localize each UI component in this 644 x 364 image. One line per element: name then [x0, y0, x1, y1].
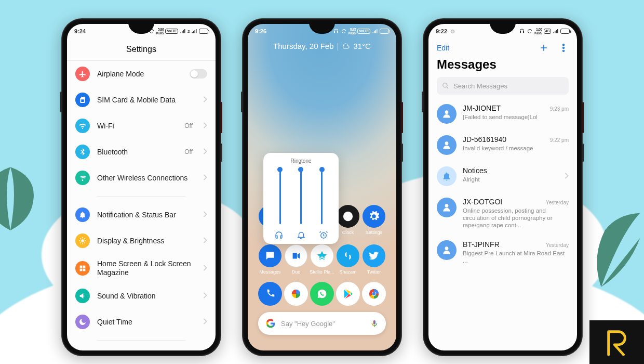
headphones-icon [519, 28, 525, 34]
headphones-icon [333, 28, 339, 34]
status-time: 9:22 [436, 28, 447, 34]
svg-point-14 [563, 50, 565, 52]
settings-item-label: Bluetooth [97, 148, 177, 157]
dock-app-photos[interactable] [284, 282, 308, 306]
dock-app-playstore[interactable] [336, 282, 360, 306]
signal-icon [553, 28, 559, 34]
message-thread-notices[interactable]: Notices Alright [428, 161, 577, 192]
settings-item-label: Other Wireless Connections [97, 174, 196, 183]
dock-app-phone[interactable] [258, 282, 282, 306]
svg-point-15 [445, 110, 449, 114]
chevron-right-icon [203, 173, 207, 183]
airplane-toggle[interactable] [190, 69, 207, 79]
phone-settings: 9:24 5.86KB/S VoLTE 2 Settings Airplane … [61, 18, 221, 356]
compose-icon[interactable] [539, 43, 549, 53]
dock-app-whatsapp[interactable] [310, 282, 334, 306]
message-thread[interactable]: JX-DOTGOIYesterday Online possession, po… [428, 192, 577, 235]
alarm-volume-slider[interactable] [321, 169, 323, 224]
speaker-icon [75, 289, 90, 303]
settings-item-label: Home Screen & Lock Screen Magazine [97, 259, 196, 277]
date-label: Thursday, 20 Feb [273, 42, 333, 50]
volume-popup[interactable]: Ringtone [263, 153, 339, 244]
settings-item-sim[interactable]: SIM Card & Mobile Data [67, 87, 216, 113]
svg-point-11 [451, 30, 454, 33]
message-thread[interactable]: JD-561619409:22 pm Invalid keyword / mes… [428, 130, 577, 161]
status-time: 9:24 [74, 28, 86, 34]
moon-icon [75, 315, 90, 329]
settings-item-bluetooth[interactable]: Bluetooth Off [67, 139, 216, 165]
phone-homescreen: 9:26 0.85KB/S VoLTE Thursday, 20 Feb | 3… [242, 18, 402, 356]
settings-item-display[interactable]: Display & Brightness [67, 228, 216, 254]
app-settings[interactable]: Settings [362, 205, 386, 235]
message-thread[interactable]: JM-JIONET9:23 pm [Failed to send message… [428, 99, 577, 130]
settings-item-quiet-time[interactable]: Quiet Time [67, 309, 216, 335]
bell-icon [297, 230, 306, 240]
wifi-icon [75, 119, 90, 133]
airplane-icon [75, 67, 90, 81]
volte-badge: VoLTE [165, 29, 178, 34]
svg-point-13 [563, 47, 565, 49]
chevron-right-icon [203, 147, 207, 157]
svg-point-17 [445, 204, 449, 207]
battery-icon [380, 29, 389, 34]
chevron-right-icon [203, 236, 207, 245]
temperature-label: 31°C [353, 42, 371, 50]
settings-item-sound[interactable]: Sound & Vibration [67, 283, 216, 309]
settings-item-label: Sound & Vibration [97, 292, 196, 301]
signal-icon [191, 28, 197, 34]
messages-title: Messages [428, 56, 577, 77]
app-clock[interactable]: Clock [336, 205, 360, 235]
settings-item-notification[interactable]: Notification & Status Bar [67, 202, 216, 228]
realme-logo [589, 320, 644, 364]
divider [97, 340, 185, 341]
ringtone-volume-slider[interactable] [300, 169, 302, 224]
settings-title: Settings [67, 38, 216, 61]
chevron-right-icon [203, 317, 207, 327]
settings-item-label: Airplane Mode [97, 70, 182, 79]
volte-badge: 4G [544, 29, 551, 34]
headphones-icon [274, 230, 284, 240]
search-placeholder: Say "Hey Google" [281, 320, 365, 328]
mic-icon[interactable] [370, 319, 379, 328]
settings-item-wifi[interactable]: Wi-Fi Off [67, 113, 216, 139]
chevron-right-icon [203, 121, 207, 131]
avatar-icon [437, 198, 457, 217]
date-weather-widget[interactable]: Thursday, 20 Feb | 31°C [248, 38, 396, 50]
phone-messages: 9:22 1.00KB/S 4G Edit [423, 18, 583, 356]
settings-item-airplane[interactable]: Airplane Mode [67, 61, 216, 87]
svg-point-9 [372, 292, 375, 295]
svg-rect-3 [80, 269, 83, 271]
chevron-right-icon [203, 291, 207, 301]
svg-point-0 [81, 239, 84, 242]
svg-point-10 [452, 31, 453, 32]
svg-point-18 [445, 246, 449, 250]
volte-badge: VoLTE [357, 29, 370, 34]
media-volume-slider[interactable] [279, 169, 281, 224]
settings-item-label: Display & Brightness [97, 237, 196, 245]
volume-title: Ringtone [263, 158, 339, 164]
svg-point-16 [445, 141, 449, 145]
chevron-right-icon [565, 172, 569, 181]
svg-point-12 [563, 44, 565, 46]
edit-button[interactable]: Edit [437, 44, 449, 52]
bell-avatar-icon [437, 166, 457, 186]
settings-item-label: Wi-Fi [97, 122, 177, 131]
avatar-icon [437, 240, 457, 260]
search-placeholder: Search Messages [453, 82, 507, 90]
settings-item-label: Quiet Time [97, 318, 196, 327]
settings-item-home-screen[interactable]: Home Screen & Lock Screen Magazine [67, 254, 216, 283]
loop-icon [341, 28, 347, 34]
svg-rect-2 [83, 266, 86, 268]
settings-item-other-wireless[interactable]: Other Wireless Connections [67, 165, 216, 191]
settings-item-status: Off [184, 148, 193, 155]
message-thread[interactable]: BT-JPINFRYesterday Biggest Pre-Launch at… [428, 235, 577, 270]
more-icon[interactable] [558, 43, 569, 53]
settings-item-label: Notification & Status Bar [97, 211, 196, 219]
chevron-up-icon[interactable] [248, 254, 396, 263]
dock-app-chrome[interactable] [362, 282, 386, 306]
grid-icon [75, 261, 90, 276]
alarm-icon [319, 230, 328, 240]
messages-search[interactable]: Search Messages [437, 77, 569, 95]
google-search-bar[interactable]: Say "Hey Google" [258, 312, 386, 335]
settings-item-fingerprint[interactable]: Fingerprint, Face & Password [67, 346, 216, 350]
